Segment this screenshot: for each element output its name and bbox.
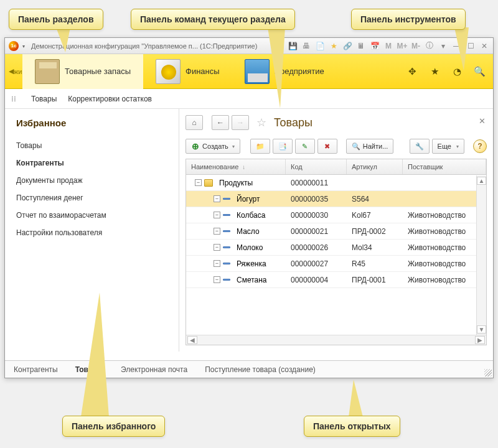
cell-supplier: Животноводство (403, 276, 486, 284)
cell-code: 000000004 (286, 276, 347, 284)
cell-name: −Молоко (186, 243, 286, 252)
favorites-item[interactable]: Документы продаж (16, 172, 167, 189)
open-tab[interactable]: Контрагенты (14, 365, 58, 374)
item-icon (223, 279, 230, 281)
pencil-icon: ✎ (301, 142, 309, 151)
folder-icon (204, 179, 213, 187)
tb-dd-icon[interactable]: ▾ (438, 41, 448, 51)
section-panel: ◀ жи Товарные запасы Финансы Предприятие… (5, 54, 493, 89)
tb-save-icon[interactable]: 💾 (288, 41, 298, 51)
resize-grip[interactable] (484, 369, 492, 376)
copy-button[interactable]: 📑 (273, 139, 293, 154)
item-icon (223, 263, 230, 264)
nav-forward-button[interactable]: → (232, 115, 249, 130)
titlebar: 1c ▾ Демонстрационная конфигурация "Упра… (5, 38, 493, 54)
table-row[interactable]: −Продукты000000011 (186, 175, 486, 191)
col-header-name[interactable]: Наименование↓ (186, 159, 286, 174)
expand-icon[interactable]: − (214, 244, 220, 251)
col-header-article[interactable]: Артикул (347, 159, 403, 174)
tb-m-plus[interactable]: M+ (397, 41, 407, 51)
section-label: Финансы (186, 67, 220, 76)
delete-button[interactable]: ✖ (317, 139, 337, 154)
expand-icon[interactable]: − (214, 228, 220, 235)
tb-link-icon[interactable]: 🔗 (342, 41, 352, 51)
table-row[interactable]: −Колбаса000000030Kol67Животноводство (186, 207, 486, 223)
item-icon (223, 246, 230, 248)
tb-doc-icon[interactable]: 📄 (315, 41, 325, 51)
tool-move-icon[interactable]: ✥ (406, 65, 418, 78)
more-button[interactable]: Еще▾ (432, 139, 464, 154)
plus-icon: ⊕ (191, 142, 200, 151)
expand-icon[interactable]: − (214, 260, 220, 267)
cmd-link-goods[interactable]: Товары (31, 95, 57, 103)
cell-article: ПРД-0002 (347, 227, 403, 236)
edit-button[interactable]: ✎ (295, 139, 315, 154)
content-row: Избранное ТоварыКонтрагентыДокументы про… (5, 109, 493, 352)
favorites-item[interactable]: Поступления денег (16, 189, 167, 207)
cell-name: −Ряженка (186, 259, 286, 268)
window-close-icon[interactable]: ✕ (479, 41, 489, 51)
expand-icon[interactable]: − (195, 179, 202, 186)
cell-name: −Колбаса (186, 211, 286, 220)
titlebar-dropdown-icon[interactable]: ▾ (22, 44, 27, 49)
expand-icon[interactable]: − (214, 195, 220, 202)
tb-calc-icon[interactable]: 🖩 (356, 41, 366, 51)
open-tab[interactable]: Электронная почта (121, 365, 187, 374)
row-name: Продукты (219, 179, 253, 187)
table-row[interactable]: −Сметана000000004ПРД-0001Животноводство (186, 272, 486, 288)
tb-info-icon[interactable]: ⓘ (425, 41, 435, 51)
app-icon: 1c (9, 41, 19, 51)
favorites-item[interactable]: Отчет по взаиморасчетам (16, 207, 167, 224)
nav-back-button[interactable]: ← (212, 115, 229, 130)
cell-name: −Сметана (186, 276, 286, 284)
find-button[interactable]: 🔍Найти... (346, 139, 394, 154)
callout-favorites: Панель избранного (62, 416, 165, 437)
tb-m[interactable]: M (383, 41, 393, 51)
horizontal-scrollbar[interactable]: ◀▶ (186, 335, 486, 345)
create-button[interactable]: ⊕Создать▾ (186, 139, 240, 154)
tb-m-minus[interactable]: M- (411, 41, 421, 51)
page-favorite-icon[interactable]: ☆ (256, 116, 266, 129)
vertical-scrollbar[interactable]: ▲▼ (476, 175, 486, 335)
row-name: Колбаса (237, 211, 265, 220)
settings-button[interactable]: 🔧 (410, 139, 430, 154)
section-item-finance[interactable]: Финансы (143, 54, 232, 89)
callout-commands: Панель команд текущего раздела (131, 9, 295, 30)
create-folder-button[interactable]: 📁 (250, 139, 270, 154)
table-row[interactable]: −Ряженка000000027R45Животноводство (186, 256, 486, 272)
section-label: Товарные запасы (65, 67, 131, 76)
cell-code: 000000021 (286, 227, 347, 236)
callout-open: Панель открытых (304, 416, 400, 437)
row-name: Йогурт (237, 195, 260, 203)
table-row[interactable]: −Йогурт000000035S564 (186, 191, 486, 207)
tb-star-icon[interactable]: ★ (329, 41, 339, 51)
page-title: Товары (274, 116, 312, 129)
sort-asc-icon: ↓ (242, 164, 245, 170)
close-page-button[interactable]: ✕ (479, 116, 486, 126)
expand-icon[interactable]: − (214, 212, 220, 218)
favorites-item[interactable]: Настройки пользователя (16, 224, 167, 241)
cell-name: −Продукты (186, 179, 286, 187)
row-name: Масло (237, 227, 260, 236)
open-tab[interactable]: Поступление товара (создание) (205, 365, 316, 374)
tb-print-icon[interactable]: 🖶 (301, 41, 311, 51)
help-button[interactable]: ? (473, 139, 487, 153)
row-name: Сметана (237, 276, 267, 284)
tool-search-icon[interactable]: 🔍 (473, 65, 486, 78)
table-row[interactable]: −Молоко000000026Mol34Животноводство (186, 240, 486, 256)
nav-home-button[interactable]: ⌂ (186, 115, 203, 130)
grip-icon[interactable]: ⁞⁞ (11, 95, 20, 103)
cmd-link-corrections[interactable]: Корректировки остатков (68, 95, 152, 103)
section-scroll-left[interactable]: ◀ жи (7, 57, 22, 86)
section-item-stock[interactable]: Товарные запасы (22, 54, 143, 89)
table-row[interactable]: −Масло000000021ПРД-0002Животноводство (186, 223, 486, 240)
cell-supplier: Животноводство (403, 243, 486, 252)
favorites-item[interactable]: Контрагенты (16, 154, 167, 172)
col-header-code[interactable]: Код (286, 159, 347, 174)
main-window: 1c ▾ Демонстрационная конфигурация "Упра… (4, 37, 494, 378)
expand-icon[interactable]: − (214, 276, 220, 283)
tool-favorite-icon[interactable]: ★ (428, 65, 441, 78)
tb-calendar-icon[interactable]: 📅 (370, 41, 380, 51)
col-header-supplier[interactable]: Поставщик (403, 159, 486, 174)
favorites-item[interactable]: Товары (16, 137, 167, 154)
